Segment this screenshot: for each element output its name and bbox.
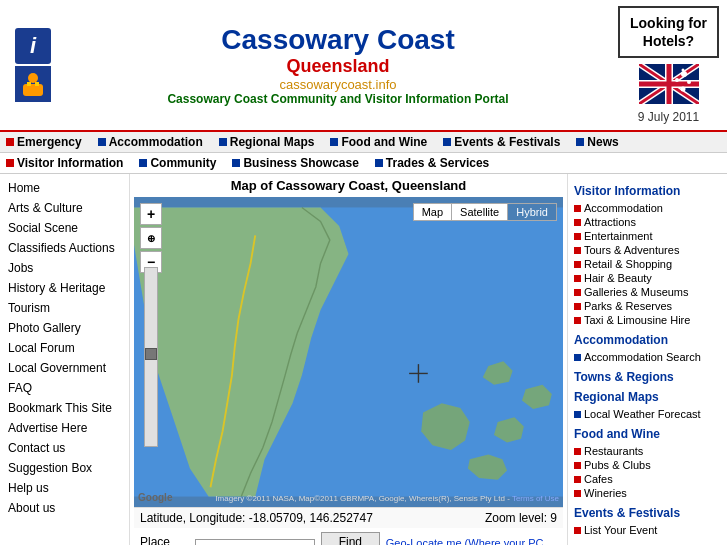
nav-dot-regional-maps	[219, 138, 227, 146]
nav-emergency[interactable]: Emergency	[6, 135, 82, 149]
sidebar-link-photo-gallery[interactable]: Photo Gallery	[0, 318, 129, 338]
map-zoom-in-button[interactable]: +	[140, 203, 162, 225]
date-display: 9 July 2011	[638, 110, 699, 124]
rs-dot	[574, 205, 581, 212]
nav-events[interactable]: Events & Festivals	[443, 135, 560, 149]
rs-link-attractions[interactable]: Attractions	[574, 215, 721, 229]
rs-link-wineries[interactable]: Wineries	[574, 486, 721, 500]
site-domain[interactable]: cassowarycoast.info	[58, 77, 618, 92]
map-type-map[interactable]: Map	[414, 204, 452, 220]
rs-link-taxi[interactable]: Taxi & Limousine Hire	[574, 313, 721, 327]
rs-dot	[574, 476, 581, 483]
sidebar-link-tourism[interactable]: Tourism	[0, 298, 129, 318]
sidebar-link-about[interactable]: About us	[0, 498, 129, 518]
rs-link-retail[interactable]: Retail & Shopping	[574, 257, 721, 271]
rs-link-weather[interactable]: Local Weather Forecast	[574, 407, 721, 421]
hotels-box[interactable]: Looking forHotels?	[618, 6, 719, 58]
rs-link-cafes[interactable]: Cafes	[574, 472, 721, 486]
geo-locate-link[interactable]: Geo-Locate me (Where your PC thinks you …	[386, 537, 557, 545]
header: i Cassowary Coast Queensland cassowaryco…	[0, 0, 727, 132]
rs-dot	[574, 219, 581, 226]
svg-point-14	[687, 80, 691, 84]
nav-dot-community	[139, 159, 147, 167]
svg-point-0	[28, 73, 38, 83]
sidebar-link-social-scene[interactable]: Social Scene	[0, 218, 129, 238]
rs-title-accommodation: Accommodation	[574, 333, 721, 347]
nav-business-showcase[interactable]: Business Showcase	[232, 156, 358, 170]
left-sidebar: Home Arts & Culture Social Scene Classif…	[0, 174, 130, 545]
map-container[interactable]: + ⊕ − Map Satellite Hybrid Google Imager…	[134, 197, 563, 507]
nav-dot-business-showcase	[232, 159, 240, 167]
sidebar-link-suggestion[interactable]: Suggestion Box	[0, 458, 129, 478]
zoom-label: Zoom level:	[485, 511, 547, 525]
nav-accommodation[interactable]: Accommodation	[98, 135, 203, 149]
sidebar-link-local-gov[interactable]: Local Government	[0, 358, 129, 378]
rs-dot	[574, 289, 581, 296]
site-subtitle: Queensland	[58, 56, 618, 77]
nav-regional-maps[interactable]: Regional Maps	[219, 135, 315, 149]
main-content: Home Arts & Culture Social Scene Classif…	[0, 174, 727, 545]
rs-link-hair-beauty[interactable]: Hair & Beauty	[574, 271, 721, 285]
sidebar-link-history[interactable]: History & Heritage	[0, 278, 129, 298]
nav-visitor-info[interactable]: Visitor Information	[6, 156, 123, 170]
rs-link-tours[interactable]: Tours & Adventures	[574, 243, 721, 257]
map-type-hybrid[interactable]: Hybrid	[508, 204, 556, 220]
nav-news[interactable]: News	[576, 135, 618, 149]
nav-food-wine[interactable]: Food and Wine	[330, 135, 427, 149]
nav-dot-accommodation	[98, 138, 106, 146]
rs-dot	[574, 354, 581, 361]
sidebar-link-advertise[interactable]: Advertise Here	[0, 418, 129, 438]
rs-dot	[574, 233, 581, 240]
find-place-button[interactable]: Find place	[321, 532, 380, 545]
google-logo: Google	[138, 492, 172, 503]
nav-community[interactable]: Community	[139, 156, 216, 170]
sidebar-link-home[interactable]: Home	[0, 178, 129, 198]
rs-dot	[574, 317, 581, 324]
map-pan-button[interactable]: ⊕	[140, 227, 162, 249]
svg-point-16	[675, 78, 679, 82]
rs-link-parks[interactable]: Parks & Reserves	[574, 299, 721, 313]
nav-dot-events	[443, 138, 451, 146]
sidebar-link-bookmark[interactable]: Bookmark This Site	[0, 398, 129, 418]
nav-bar-secondary: Visitor Information Community Business S…	[0, 153, 727, 174]
nav-dot-emergency	[6, 138, 14, 146]
rs-link-accommodation[interactable]: Accommodation	[574, 201, 721, 215]
coords-bar: Latitude, Longitude: -18.05709, 146.2527…	[134, 507, 563, 528]
rs-link-galleries[interactable]: Galleries & Museums	[574, 285, 721, 299]
center-content: Map of Cassowary Coast, Queensland	[130, 174, 567, 545]
rs-link-pubs[interactable]: Pubs & Clubs	[574, 458, 721, 472]
map-zoom-thumb[interactable]	[145, 348, 157, 360]
sidebar-link-contact[interactable]: Contact us	[0, 438, 129, 458]
place-input[interactable]	[195, 539, 315, 545]
map-type-satellite[interactable]: Satellite	[452, 204, 508, 220]
map-controls: + ⊕ −	[140, 203, 162, 273]
rs-link-list-event[interactable]: List Your Event	[574, 523, 721, 537]
nav-trades-services[interactable]: Trades & Services	[375, 156, 489, 170]
rs-link-restaurants[interactable]: Restaurants	[574, 444, 721, 458]
coords-label: Latitude, Longitude:	[140, 511, 245, 525]
rs-title-towns-regions: Towns & Regions	[574, 370, 721, 384]
sidebar-link-local-forum[interactable]: Local Forum	[0, 338, 129, 358]
info-icon: i	[15, 28, 51, 64]
nav-dot-news	[576, 138, 584, 146]
sidebar-link-jobs[interactable]: Jobs	[0, 258, 129, 278]
zoom-value: 9	[550, 511, 557, 525]
sidebar-link-classifieds[interactable]: Classifieds Auctions	[0, 238, 129, 258]
rs-link-entertainment[interactable]: Entertainment	[574, 229, 721, 243]
sidebar-link-help[interactable]: Help us	[0, 478, 129, 498]
rs-link-accommodation-search[interactable]: Accommodation Search	[574, 350, 721, 364]
sidebar-link-arts-culture[interactable]: Arts & Culture	[0, 198, 129, 218]
rs-dot	[574, 411, 581, 418]
rs-dot	[574, 303, 581, 310]
svg-point-17	[681, 69, 684, 72]
map-attribution: Imagery ©2011 NASA, Map©2011 GBRMPA, Goo…	[215, 494, 559, 503]
site-title: Cassowary Coast	[58, 24, 618, 56]
rs-dot	[574, 490, 581, 497]
map-zoom-bar[interactable]	[144, 267, 158, 447]
map-type-buttons: Map Satellite Hybrid	[413, 203, 557, 221]
flag-icon	[639, 64, 699, 104]
sidebar-link-faq[interactable]: FAQ	[0, 378, 129, 398]
place-label: Place name:	[140, 535, 189, 545]
nav-dot-food-wine	[330, 138, 338, 146]
nav-dot-trades-services	[375, 159, 383, 167]
